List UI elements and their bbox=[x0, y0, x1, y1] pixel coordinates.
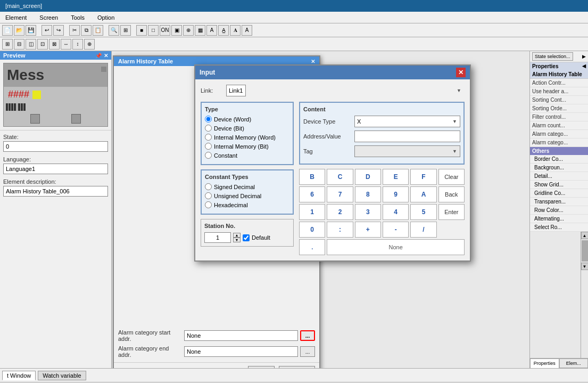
right-filter-ctrl[interactable]: Filter control... bbox=[530, 113, 588, 121]
tb-b7[interactable]: A bbox=[206, 25, 217, 36]
tab-element[interactable]: Elem... bbox=[559, 358, 589, 368]
tb2-b5[interactable]: ⊠ bbox=[49, 39, 60, 50]
radio-signed-input[interactable] bbox=[205, 183, 212, 190]
tb2-b7[interactable]: ↕ bbox=[72, 39, 83, 50]
key-1[interactable]: 1 bbox=[299, 204, 325, 220]
station-input[interactable] bbox=[204, 232, 231, 243]
tb-b4[interactable]: ▣ bbox=[171, 25, 182, 36]
key-none[interactable]: None bbox=[327, 239, 465, 255]
station-up[interactable]: ▲ bbox=[233, 233, 241, 238]
radio-internal-word-input[interactable] bbox=[205, 134, 212, 141]
key-9[interactable]: 9 bbox=[383, 186, 409, 202]
tb2-b3[interactable]: ◫ bbox=[26, 39, 36, 50]
key-7[interactable]: 7 bbox=[327, 186, 353, 202]
link-select[interactable]: Link1 Link2 bbox=[226, 85, 246, 96]
radio-device-word-input[interactable] bbox=[205, 116, 212, 123]
ok-button[interactable]: OK bbox=[248, 366, 275, 368]
key-A[interactable]: A bbox=[410, 186, 436, 202]
tb-b1[interactable]: ■ bbox=[136, 25, 147, 36]
tb-redo[interactable]: ↪ bbox=[53, 25, 64, 36]
key-0[interactable]: 0 bbox=[299, 222, 325, 238]
tag-select[interactable] bbox=[354, 145, 460, 157]
alarm-dialog-close[interactable]: ✕ bbox=[311, 59, 315, 64]
right-use-header[interactable]: Use header a... bbox=[530, 87, 588, 96]
tb-b5[interactable]: ⊕ bbox=[183, 25, 194, 36]
station-default-check[interactable] bbox=[243, 234, 250, 241]
right-border-co[interactable]: Border Co... bbox=[530, 155, 588, 164]
right-gridline-co[interactable]: Gridline Co... bbox=[530, 189, 588, 198]
tb2-b1[interactable]: ⊞ bbox=[2, 39, 13, 50]
right-select-ro[interactable]: Select Ro... bbox=[530, 223, 588, 232]
tb-b10[interactable]: A bbox=[242, 25, 252, 36]
addr-start-value[interactable] bbox=[184, 330, 298, 341]
panel-pin[interactable]: 📌 bbox=[95, 53, 102, 59]
radio-device-bit-input[interactable] bbox=[205, 125, 212, 132]
bottom-tab-window[interactable]: t Window bbox=[2, 371, 36, 380]
scroll-thumb[interactable] bbox=[582, 240, 588, 262]
tb2-b8[interactable]: ⊕ bbox=[84, 39, 95, 50]
tb2-b2[interactable]: ⊟ bbox=[14, 39, 24, 50]
tb-new[interactable]: 📄 bbox=[2, 25, 13, 36]
right-sorting-cont[interactable]: Sorting Cont... bbox=[530, 96, 588, 104]
menu-screen[interactable]: Screen bbox=[36, 13, 61, 22]
key-enter[interactable]: Enter bbox=[438, 204, 465, 220]
key-clear[interactable]: Clear bbox=[438, 169, 465, 185]
key-colon[interactable]: : bbox=[327, 222, 353, 238]
scroll-up-arrow[interactable]: ▲ bbox=[581, 232, 589, 239]
key-dot[interactable]: . bbox=[299, 239, 325, 255]
element-desc-input[interactable]: Alarm History Table_006 bbox=[3, 186, 108, 197]
tb-b6[interactable]: ▦ bbox=[195, 25, 205, 36]
key-5[interactable]: 5 bbox=[410, 204, 436, 220]
state-selection-btn[interactable]: State selection... bbox=[532, 52, 573, 61]
radio-unsigned-input[interactable] bbox=[205, 192, 212, 199]
right-alarm-count[interactable]: Alarm count... bbox=[530, 121, 588, 130]
right-panel-arrow[interactable]: ▶ bbox=[582, 54, 586, 59]
radio-hex-input[interactable] bbox=[205, 201, 212, 208]
tb-b8[interactable]: A̲ bbox=[218, 25, 229, 36]
key-6[interactable]: 6 bbox=[299, 186, 325, 202]
scroll-down-arrow[interactable]: ▼ bbox=[581, 263, 589, 270]
menu-option[interactable]: Option bbox=[94, 13, 118, 22]
cancel-button[interactable]: Cancel bbox=[279, 366, 315, 368]
key-E[interactable]: E bbox=[383, 169, 409, 185]
tb-b2[interactable]: □ bbox=[148, 25, 159, 36]
right-transparent[interactable]: Transparen... bbox=[530, 198, 588, 206]
key-4[interactable]: 4 bbox=[383, 204, 409, 220]
key-plus[interactable]: + bbox=[355, 222, 381, 238]
input-close-btn[interactable]: ✕ bbox=[456, 68, 466, 77]
addr-end-value[interactable] bbox=[184, 346, 298, 357]
key-B[interactable]: B bbox=[299, 169, 325, 185]
right-sorting-orde[interactable]: Sorting Orde... bbox=[530, 104, 588, 113]
panel-close[interactable]: ✕ bbox=[104, 53, 108, 59]
right-alternating[interactable]: Alternating... bbox=[530, 215, 588, 223]
device-type-select[interactable]: X Y M bbox=[354, 116, 460, 127]
state-input[interactable]: 0 bbox=[3, 141, 108, 152]
key-back[interactable]: Back bbox=[438, 186, 465, 202]
menu-tools[interactable]: Tools bbox=[68, 13, 88, 22]
tb-grid[interactable]: ⊞ bbox=[120, 25, 131, 36]
key-F[interactable]: F bbox=[410, 169, 436, 185]
tb-save[interactable]: 💾 bbox=[26, 25, 36, 36]
tb-b9[interactable]: 𝐀 bbox=[230, 25, 241, 36]
tb-undo[interactable]: ↩ bbox=[42, 25, 52, 36]
language-input[interactable]: Language1 bbox=[3, 164, 108, 174]
key-D[interactable]: D bbox=[355, 169, 381, 185]
right-action-control[interactable]: Action Contr... bbox=[530, 79, 588, 87]
tb-open[interactable]: 📂 bbox=[14, 25, 24, 36]
tb-copy[interactable]: ⧉ bbox=[81, 25, 92, 36]
key-8[interactable]: 8 bbox=[355, 186, 381, 202]
key-3[interactable]: 3 bbox=[355, 204, 381, 220]
address-input[interactable] bbox=[354, 131, 460, 142]
right-detail[interactable]: Detail... bbox=[530, 172, 588, 181]
right-alarm-catego1[interactable]: Alarm catego... bbox=[530, 130, 588, 138]
key-C[interactable]: C bbox=[327, 169, 353, 185]
key-slash[interactable]: / bbox=[410, 222, 436, 238]
bottom-tab-watch[interactable]: Watch variable bbox=[38, 371, 86, 380]
tb-paste[interactable]: 📋 bbox=[93, 25, 103, 36]
station-down[interactable]: ▼ bbox=[233, 238, 241, 242]
properties-expand[interactable]: ◀ bbox=[582, 63, 586, 69]
tb2-b6[interactable]: ↔ bbox=[61, 39, 71, 50]
radio-internal-bit-input[interactable] bbox=[205, 143, 212, 150]
key-minus[interactable]: - bbox=[383, 222, 409, 238]
tb-zoom[interactable]: 🔍 bbox=[109, 25, 119, 36]
